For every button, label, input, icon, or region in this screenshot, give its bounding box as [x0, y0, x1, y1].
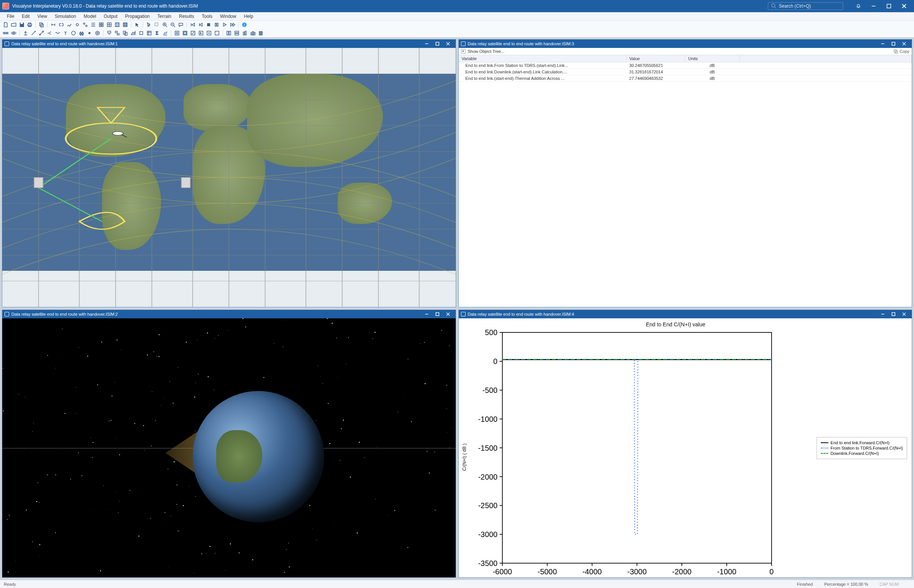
zoomarea-icon[interactable]	[153, 21, 160, 28]
map-view[interactable]	[2, 48, 456, 307]
layout1-icon[interactable]	[225, 30, 232, 37]
open-icon[interactable]	[10, 21, 17, 28]
menu-tools[interactable]: Tools	[198, 13, 216, 20]
pane-max-icon[interactable]	[888, 312, 899, 316]
stepback-icon[interactable]	[197, 21, 204, 28]
pane-max-icon[interactable]	[888, 42, 899, 46]
search-input[interactable]	[779, 3, 840, 9]
chat-icon[interactable]	[177, 21, 184, 28]
menu-results[interactable]: Results	[175, 13, 198, 20]
pane-min-icon[interactable]	[877, 312, 888, 316]
pointer-icon[interactable]	[134, 21, 141, 28]
module4-icon[interactable]: +	[198, 30, 204, 37]
close-button[interactable]	[896, 0, 912, 12]
new-icon[interactable]	[2, 21, 9, 28]
globe-view[interactable]	[2, 318, 456, 577]
print-icon[interactable]	[26, 21, 33, 28]
zoomout-icon[interactable]	[169, 21, 176, 28]
building3-icon[interactable]	[257, 30, 264, 37]
pane-chart-titlebar[interactable]: Data relay satellite end to end route wi…	[459, 310, 912, 318]
table-row[interactable]: End to end link.From Station to TDRS.(st…	[459, 62, 912, 69]
layout2-icon[interactable]	[233, 30, 240, 37]
building2-icon[interactable]	[250, 30, 256, 37]
module3-icon[interactable]	[190, 30, 196, 37]
pane-max-icon[interactable]	[432, 42, 443, 46]
menu-window[interactable]: Window	[216, 13, 240, 20]
channel-icon[interactable]	[90, 21, 97, 28]
save-icon[interactable]	[18, 21, 25, 28]
select-icon[interactable]	[146, 21, 152, 28]
stop-icon[interactable]	[205, 21, 212, 28]
station-icon[interactable]	[22, 30, 29, 37]
branch-icon[interactable]	[46, 30, 53, 37]
grid-icon[interactable]	[98, 21, 105, 28]
route-icon[interactable]	[66, 21, 73, 28]
zoomin-icon[interactable]	[161, 21, 168, 28]
menu-view[interactable]: View	[34, 13, 51, 20]
module2-icon[interactable]	[182, 30, 188, 37]
cfgcopy-icon[interactable]	[122, 30, 129, 37]
rewind-icon[interactable]	[189, 21, 196, 28]
wave-icon[interactable]	[54, 30, 61, 37]
col-variable[interactable]: Variable	[459, 55, 626, 62]
menu-propagation[interactable]: Propagation	[122, 13, 154, 20]
pane-min-icon[interactable]	[877, 42, 888, 46]
pane-close-icon[interactable]	[899, 42, 909, 46]
sat-icon[interactable]	[2, 30, 9, 37]
dot-icon[interactable]	[86, 30, 93, 37]
col-value[interactable]: Value	[626, 55, 685, 62]
search-box[interactable]	[768, 2, 843, 10]
spacer-icon[interactable]	[138, 30, 145, 37]
info-icon[interactable]: i	[241, 21, 248, 28]
menu-terrain[interactable]: Terrain	[153, 13, 175, 20]
pane-min-icon[interactable]	[421, 42, 432, 46]
pause-icon[interactable]	[213, 21, 220, 28]
menu-simulation[interactable]: Simulation	[51, 13, 80, 20]
pane-min-icon[interactable]	[421, 312, 432, 316]
pane-close-icon[interactable]	[443, 312, 454, 316]
pane-close-icon[interactable]	[899, 312, 909, 316]
menu-file[interactable]: File	[3, 13, 18, 20]
var-icon[interactable]: (x)	[78, 30, 85, 37]
pane-globe-titlebar[interactable]: Data relay satellite end to end route wi…	[2, 310, 456, 318]
area-icon[interactable]	[130, 30, 137, 37]
grid3-icon[interactable]	[114, 21, 121, 28]
target-icon[interactable]	[94, 30, 101, 37]
table-row[interactable]: End to end link.Downlink.(start-end).Lin…	[459, 69, 912, 75]
pane-max-icon[interactable]	[432, 312, 443, 316]
linkgroup-icon[interactable]	[58, 21, 65, 28]
module5-icon[interactable]	[206, 30, 212, 37]
minimize-button[interactable]	[866, 0, 881, 12]
maximize-button[interactable]	[881, 0, 896, 12]
table-row[interactable]: End to end link.(start-end).Thermal Addi…	[459, 75, 912, 82]
grid2-icon[interactable]	[106, 21, 113, 28]
menu-model[interactable]: Model	[80, 13, 100, 20]
module1-icon[interactable]	[173, 30, 180, 37]
col-units[interactable]: Units	[685, 55, 739, 62]
paint2-icon[interactable]	[114, 30, 121, 37]
menu-edit[interactable]: Edit	[18, 13, 34, 20]
nodes-icon[interactable]	[82, 21, 89, 28]
menu-output[interactable]: Output	[100, 13, 122, 20]
link2-icon[interactable]	[38, 30, 45, 37]
copy-icon[interactable]	[38, 21, 45, 28]
chart-icon[interactable]	[162, 30, 169, 37]
sigma-icon[interactable]: Σ	[154, 30, 160, 37]
node-icon[interactable]	[74, 21, 81, 28]
tbl-icon[interactable]	[146, 30, 152, 37]
notify-button[interactable]	[851, 0, 866, 12]
menu-help[interactable]: Help	[240, 13, 257, 20]
pane-close-icon[interactable]	[443, 42, 454, 46]
building1-icon[interactable]	[241, 30, 248, 37]
play-icon[interactable]	[221, 21, 228, 28]
link-icon[interactable]	[50, 21, 57, 28]
copy-button[interactable]: Copy	[893, 49, 909, 53]
antenna2-icon[interactable]	[62, 30, 69, 37]
vector-icon[interactable]	[30, 30, 37, 37]
circle-icon[interactable]	[70, 30, 77, 37]
ffwd-icon[interactable]	[229, 21, 236, 28]
pane-table-titlebar[interactable]: Data relay satellite end to end route wi…	[459, 40, 912, 48]
pane-map-titlebar[interactable]: Data relay satellite end to end route wi…	[2, 40, 456, 48]
module6-icon[interactable]	[214, 30, 220, 37]
grid4-icon[interactable]	[122, 21, 129, 28]
